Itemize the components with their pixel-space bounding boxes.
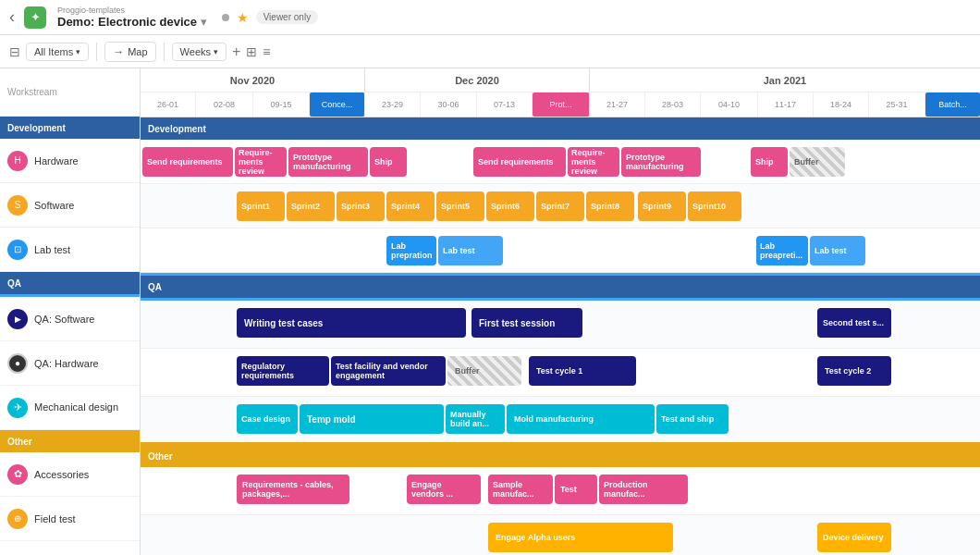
fieldtest-label: Field test: [34, 513, 76, 524]
labtest-icon: ⊡: [7, 240, 28, 260]
task-req-review-1[interactable]: Require-ments review: [235, 147, 287, 177]
task-sprint9[interactable]: Sprint9: [638, 191, 686, 221]
task-engage-alpha[interactable]: Engage Alpha users: [488, 523, 673, 552]
project-name: Demo: Electronic device ▾: [57, 15, 207, 29]
mechanical-label: Mechanical design: [34, 401, 118, 413]
task-test-acc[interactable]: Test: [555, 475, 597, 504]
list-view-icon[interactable]: ≡: [263, 44, 270, 59]
task-lab-prep-1[interactable]: Lab prepration: [386, 236, 436, 265]
qa-hardware-label: QA: Hardware: [34, 358, 99, 369]
viewer-badge: Viewer only: [256, 10, 319, 24]
task-sprint2[interactable]: Sprint2: [287, 191, 335, 221]
hardware-icon: H: [7, 151, 28, 171]
task-ship-2[interactable]: Ship: [751, 147, 788, 177]
task-test-ship[interactable]: Test and ship: [656, 404, 729, 434]
week-2803: 28-03: [645, 92, 701, 117]
task-req-review-2[interactable]: Require-ments review: [568, 147, 619, 177]
timeline-header: Nov 2020 Dec 2020 Jan 2021 26-01 02-08 0…: [141, 68, 980, 117]
task-first-test-session[interactable]: First test session: [472, 308, 582, 338]
gantt-row-labtest: Lab prepration Lab test Lab preapreti...…: [141, 228, 980, 273]
task-proto-mfg-1[interactable]: Prototype manufacturing: [288, 147, 368, 177]
filter-icon[interactable]: ⊟: [9, 44, 20, 59]
task-buffer-qa[interactable]: Buffer: [447, 356, 521, 386]
task-sprint1[interactable]: Sprint1: [237, 191, 285, 221]
filter-btn[interactable]: All Items ▾: [26, 43, 89, 61]
accessories-label: Accessories: [34, 469, 89, 480]
task-sprint5[interactable]: Sprint5: [436, 191, 484, 221]
fieldtest-icon: ⊕: [7, 509, 28, 529]
task-lab-test-2[interactable]: Lab test: [810, 236, 865, 265]
filter-caret: ▾: [76, 47, 80, 56]
task-manually-build[interactable]: Manually build an...: [446, 404, 505, 434]
qa-software-label: QA: Software: [34, 314, 94, 325]
task-sprint7[interactable]: Sprint7: [536, 191, 584, 221]
task-temp-mold[interactable]: Temp mold: [300, 404, 444, 434]
week-2127: 21-27: [590, 92, 645, 117]
week-0208: 02-08: [196, 92, 253, 117]
task-sprint8[interactable]: Sprint8: [586, 191, 634, 221]
gantt-row-qa-hardware: Regulatory requirements Test facility an…: [141, 349, 980, 397]
sidebar-item-software[interactable]: S Software: [0, 183, 140, 228]
week-0410: 04-10: [701, 92, 758, 117]
software-label: Software: [34, 200, 74, 211]
task-sprint4[interactable]: Sprint4: [386, 191, 435, 221]
gantt-chart: Nov 2020 Dec 2020 Jan 2021 26-01 02-08 0…: [141, 68, 980, 555]
task-production-mfg[interactable]: Production manufac...: [599, 475, 688, 504]
map-btn[interactable]: → Map: [104, 42, 155, 62]
task-sprint10[interactable]: Sprint10: [688, 191, 741, 221]
timeline-month-nov: Nov 2020: [141, 68, 365, 92]
task-sprint3[interactable]: Sprint3: [337, 191, 385, 221]
task-sample-mfg[interactable]: Sample manufac...: [488, 475, 553, 504]
gantt-group-qa-header: QA: [141, 276, 980, 298]
sidebar-item-fieldtest[interactable]: ⊕ Field test: [0, 497, 140, 541]
sidebar-item-labtest[interactable]: ⊡ Lab test: [0, 228, 140, 272]
group-header-other: Other: [0, 430, 140, 452]
week-3006: 30-06: [421, 92, 477, 117]
parent-project: Proggio-templates: [57, 6, 207, 15]
task-ship-1[interactable]: Ship: [370, 147, 407, 177]
task-lab-prep-2[interactable]: Lab preapreti...: [756, 236, 808, 265]
status-dot: [222, 14, 229, 21]
sidebar: Workstream Development H Hardware S Soft…: [0, 68, 141, 555]
add-icon[interactable]: +: [232, 43, 240, 60]
task-case-design[interactable]: Case design: [237, 404, 298, 434]
task-requirements-cables[interactable]: Requirements - cables, packages,...: [237, 475, 349, 504]
weeks-btn[interactable]: Weeks ▾: [172, 43, 227, 61]
week-1117: 11-17: [758, 92, 814, 117]
task-writing-test-cases[interactable]: Writing test cases: [237, 308, 466, 338]
task-sprint6[interactable]: Sprint6: [486, 191, 534, 221]
task-mold-mfg[interactable]: Mold manufacturing: [507, 404, 655, 434]
task-second-test-session[interactable]: Second test s...: [817, 308, 891, 338]
sidebar-item-mechanical[interactable]: ✈ Mechanical design: [0, 386, 140, 430]
back-button[interactable]: ‹: [9, 7, 15, 27]
gantt-row-hardware: Send requirements Require-ments review P…: [141, 140, 980, 184]
sidebar-item-qa-software[interactable]: ▶ QA: Software: [0, 297, 140, 341]
task-engage-vendors[interactable]: Engage vendors ...: [407, 475, 481, 504]
hardware-label: Hardware: [34, 155, 79, 166]
accessories-icon: ✿: [7, 464, 28, 485]
qa-hardware-icon: ●: [7, 353, 28, 374]
task-send-req-1[interactable]: Send requirements: [142, 147, 233, 177]
mechanical-icon: ✈: [7, 398, 28, 418]
task-buffer-hw[interactable]: Buffer: [790, 147, 845, 177]
task-lab-test-1[interactable]: Lab test: [438, 236, 503, 265]
star-icon[interactable]: ★: [237, 10, 249, 25]
gantt-row-mechanical: Case design Temp mold Manually build an.…: [141, 397, 980, 445]
gantt-row-fieldtest: Engage Alpha users Device delivery: [141, 515, 980, 555]
task-device-delivery[interactable]: Device delivery: [817, 523, 891, 552]
task-send-req-2[interactable]: Send requirements: [473, 147, 566, 177]
sidebar-item-qa-hardware[interactable]: ● QA: Hardware: [0, 341, 140, 386]
task-regulatory-req[interactable]: Regulatory requirements: [237, 356, 329, 386]
app-icon: ✦: [24, 6, 46, 29]
labtest-label: Lab test: [34, 244, 70, 255]
sidebar-item-hardware[interactable]: H Hardware: [0, 139, 140, 183]
week-2329: 23-29: [365, 92, 421, 117]
week-0915: 09-15: [253, 92, 310, 117]
task-test-facility[interactable]: Test facility and vendor engagement: [331, 356, 446, 386]
task-test-cycle-1[interactable]: Test cycle 1: [529, 356, 636, 386]
project-breadcrumb: Proggio-templates Demo: Electronic devic…: [57, 6, 207, 29]
sidebar-item-accessories[interactable]: ✿ Accessories: [0, 452, 140, 497]
grid-view-icon[interactable]: ⊞: [246, 44, 257, 59]
task-test-cycle-2[interactable]: Test cycle 2: [817, 356, 891, 386]
task-proto-mfg-2[interactable]: Prototype manufacturing: [621, 147, 701, 177]
